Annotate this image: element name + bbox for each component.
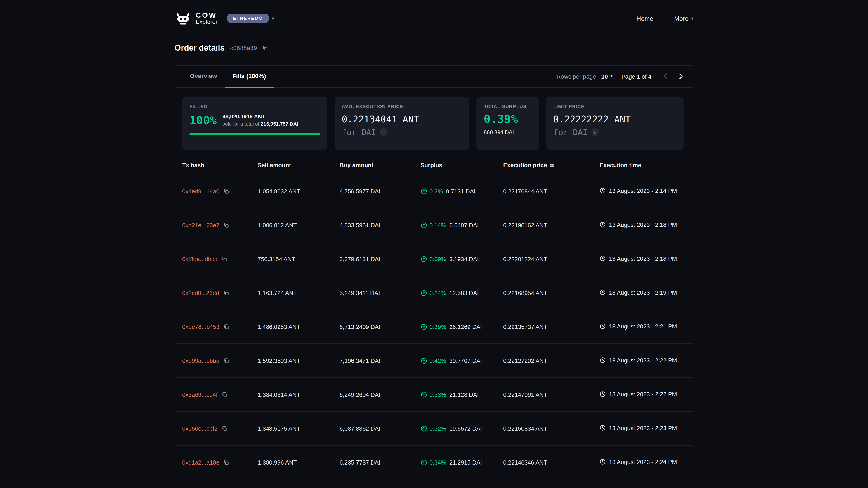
brand-subtitle: Explorer	[196, 20, 217, 25]
table-row: 0x3a69...cd4f 1,384.0314 ANT 6,249.2694 …	[175, 378, 693, 412]
column-execution-price: Execution price ⇄	[503, 162, 599, 168]
table-row: 0xf8da...dbcd 750.3154 ANT 3,379.6131 DA…	[175, 242, 693, 276]
execution-time-cell: 13 August 2023 - 2:21 PM	[599, 322, 686, 331]
page-indicator: Page 1 of 4	[621, 73, 651, 80]
surplus-amount: 12.583 DAI	[450, 289, 479, 296]
app-root: COW Explorer ETHEREUM ▾ Home More ▾	[0, 0, 868, 488]
buy-amount-cell: 6,087.8862 DAI	[340, 425, 421, 432]
filled-amount: 48,020.1919 ANT	[222, 113, 298, 121]
column-tx-hash: Tx hash	[182, 162, 258, 168]
tx-hash-link[interactable]: 0x050e...cbf2	[182, 425, 217, 432]
rows-per-page-select[interactable]: 10 ▾	[601, 73, 612, 80]
nav-more[interactable]: More ▾	[674, 15, 693, 22]
tab-fills[interactable]: Fills (100%)	[225, 66, 274, 88]
clock-icon	[599, 424, 606, 431]
invert-price-icon[interactable]: ⇄	[591, 128, 599, 136]
execution-price-cell: 0.22168954 ANT	[503, 289, 599, 296]
execution-time-cell: 13 August 2023 - 2:22 PM	[599, 390, 686, 399]
tx-hash-link[interactable]: 0xd1a2...a18e	[182, 459, 219, 466]
limit-price-unit: for DAI	[553, 127, 588, 137]
copy-icon[interactable]	[223, 358, 229, 363]
sell-amount-cell: 1,348.5175 ANT	[258, 425, 340, 432]
copy-icon[interactable]	[223, 290, 229, 296]
column-surplus: Surplus	[421, 162, 503, 168]
clock-icon	[599, 323, 606, 329]
next-page-button[interactable]	[676, 71, 686, 81]
execution-time-cell: 13 August 2023 - 2:18 PM	[599, 255, 686, 263]
surplus-cell: 0.33% 21.128 DAI	[421, 391, 503, 398]
surplus-up-icon	[421, 188, 427, 195]
execution-time-text: 13 August 2023 - 2:22 PM	[609, 390, 677, 399]
main-nav: Home More ▾	[636, 15, 693, 22]
sell-amount-cell: 1,384.0314 ANT	[258, 391, 340, 398]
filled-label: FILLED	[189, 103, 320, 109]
network-selector[interactable]: ETHEREUM ▾	[227, 14, 274, 23]
surplus-amount: 6.5407 DAI	[450, 222, 479, 228]
tx-hash-link[interactable]: 0xb21e...23e7	[182, 222, 219, 228]
page-title: Order details	[175, 43, 225, 53]
execution-time-text: 13 August 2023 - 2:18 PM	[609, 255, 677, 263]
execution-time-cell: 13 August 2023 - 2:24 PM	[599, 458, 686, 466]
avg-execution-price-card: AVG. EXECUTION PRICE 0.22134041 ANT for …	[335, 97, 469, 150]
copy-icon[interactable]	[221, 256, 227, 262]
copy-icon[interactable]	[221, 392, 227, 397]
copy-icon[interactable]	[221, 425, 227, 431]
surplus-amount: 860.894 DAI	[484, 129, 532, 135]
surplus-cell: 0.39% 26.1269 DAI	[421, 323, 503, 330]
invert-price-icon[interactable]: ⇄	[380, 128, 388, 136]
buy-amount-cell: 5,249.3411 DAI	[340, 289, 421, 296]
buy-amount-cell: 4,756.5977 DAI	[340, 188, 421, 195]
tx-hash-link[interactable]: 0x2cd0...26dd	[182, 289, 219, 296]
column-sell-amount: Sell amount	[258, 162, 340, 168]
execution-price-cell: 0.22135737 ANT	[503, 323, 599, 330]
filled-progress-bar	[189, 133, 320, 135]
execution-price-cell: 0.22201224 ANT	[503, 256, 599, 262]
clock-icon	[599, 221, 606, 228]
tx-hash-link[interactable]: 0xf8da...dbcd	[182, 256, 217, 262]
surplus-percent: 0.2%	[430, 188, 443, 195]
limit-price-label: LIMIT PRICE	[553, 103, 676, 109]
nav-home[interactable]: Home	[636, 15, 653, 22]
surplus-percent: 0.34%	[430, 459, 446, 466]
sell-amount-cell: 1,380.996 ANT	[258, 459, 340, 466]
buy-amount-cell: 3,379.6131 DAI	[340, 256, 421, 262]
tx-hash-link[interactable]: 0x3a69...cd4f	[182, 391, 217, 398]
execution-time-cell: 13 August 2023 - 2:23 PM	[599, 424, 686, 433]
surplus-percent: 0.33%	[430, 391, 446, 398]
order-fills-panel: Overview Fills (100%) Rows per page: 10 …	[175, 65, 693, 487]
filled-card: FILLED 100% 48,020.1919 ANT sold for a t…	[182, 97, 327, 150]
sell-amount-cell: 1,054.8632 ANT	[258, 188, 340, 195]
cow-explorer-logo[interactable]: COW Explorer	[175, 12, 217, 25]
table-row: 0xbe78...b453 1,486.0253 ANT 6,713.2409 …	[175, 310, 693, 344]
table-body: 0x4ed9...14a0 1,054.8632 ANT 4,756.5977 …	[175, 174, 693, 480]
cow-face-icon	[175, 12, 192, 25]
table-row: 0x2cd0...26dd 1,163.724 ANT 5,249.3411 D…	[175, 276, 693, 310]
table-row: 0x4ed9...14a0 1,054.8632 ANT 4,756.5977 …	[175, 174, 693, 208]
invert-price-column-icon[interactable]: ⇄	[550, 162, 554, 168]
tx-hash-link[interactable]: 0xb99a...ebbd	[182, 357, 219, 364]
copy-icon[interactable]	[223, 459, 229, 465]
execution-time-cell: 13 August 2023 - 2:22 PM	[599, 356, 686, 365]
surplus-up-icon	[421, 323, 427, 330]
execution-time-text: 13 August 2023 - 2:22 PM	[609, 356, 677, 365]
surplus-percent: 0.24%	[430, 289, 446, 296]
copy-icon[interactable]	[223, 324, 229, 330]
copy-icon[interactable]	[262, 45, 268, 51]
tx-hash-link[interactable]: 0xbe78...b453	[182, 323, 219, 330]
surplus-label: TOTAL SURPLUS	[484, 103, 532, 109]
surplus-up-icon	[421, 289, 427, 296]
clock-icon	[599, 255, 606, 261]
surplus-cell: 0.42% 30.7707 DAI	[421, 357, 503, 364]
network-badge[interactable]: ETHEREUM	[227, 14, 268, 23]
copy-icon[interactable]	[223, 188, 229, 194]
previous-page-button[interactable]	[660, 71, 671, 81]
surplus-up-icon	[421, 391, 427, 398]
sell-amount-cell: 1,006.012 ANT	[258, 222, 340, 228]
tab-overview[interactable]: Overview	[182, 66, 225, 88]
limit-price-value: 0.22222222 ANT	[553, 114, 676, 125]
surplus-up-icon	[421, 222, 427, 228]
copy-icon[interactable]	[223, 222, 229, 228]
surplus-amount: 21.2915 DAI	[450, 459, 482, 466]
surplus-amount: 21.128 DAI	[450, 391, 479, 398]
tx-hash-link[interactable]: 0x4ed9...14a0	[182, 188, 219, 195]
